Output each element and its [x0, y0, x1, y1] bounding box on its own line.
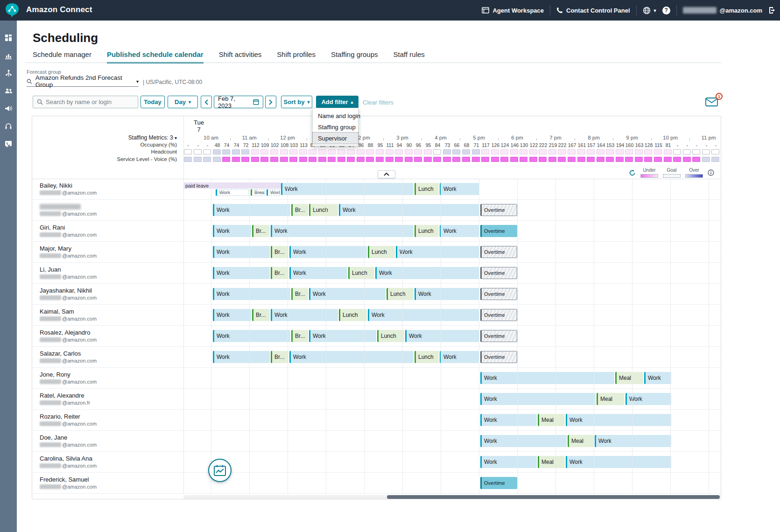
shift-bar-lunch[interactable]: Lunch	[348, 267, 374, 279]
shift-bar-work[interactable]: Work	[213, 204, 290, 216]
sort-by-dropdown[interactable]: Sort by▾	[281, 96, 312, 108]
shift-bar-overtime-solid[interactable]: Overtime	[480, 225, 517, 237]
contact-control-panel-link[interactable]: Contact Control Panel	[556, 7, 630, 14]
sign-out-button[interactable]	[768, 7, 776, 14]
shift-bar-work[interactable]: Work	[289, 267, 347, 279]
shift-bar-overtime-solid[interactable]: Overtime	[480, 477, 517, 489]
shift-bar-work[interactable]: Work	[440, 183, 479, 195]
tab-schedule-manager[interactable]: Schedule manager	[33, 50, 91, 63]
shift-bar-work[interactable]: Work	[289, 246, 367, 258]
shift-bar-work[interactable]: Work	[339, 204, 479, 216]
clear-filters-link[interactable]: Clear filters	[363, 99, 394, 106]
scrollbar-thumb[interactable]	[387, 495, 720, 499]
shift-bar-meal[interactable]: Meal	[597, 393, 625, 405]
shift-bar-work[interactable]: Work	[213, 288, 290, 300]
refresh-icon[interactable]	[629, 169, 636, 176]
shift-bar-break[interactable]: Br...	[271, 351, 288, 363]
previous-day-button[interactable]	[201, 96, 212, 108]
shift-bar-work[interactable]: Work	[480, 456, 537, 468]
shift-bar-work[interactable]: Work	[309, 330, 376, 342]
shift-bar-overtime[interactable]: Overtime	[480, 330, 517, 342]
language-selector[interactable]: ▾	[643, 7, 656, 14]
shift-bar-work[interactable]: Work	[271, 309, 338, 321]
shift-bar-paid-leave[interactable]: paid leave	[183, 182, 281, 189]
shift-bar-work[interactable]: Work	[213, 309, 251, 321]
shift-bar-work[interactable]: Work	[213, 351, 270, 363]
tab-published-schedule-calendar[interactable]: Published schedule calendar	[107, 50, 204, 63]
shift-bar-overtime[interactable]: Overtime	[480, 246, 517, 258]
shift-bar-work[interactable]: Work	[566, 456, 671, 468]
shift-bar-lunch[interactable]: Lunch	[415, 183, 439, 195]
forecast-group-select[interactable]: Amazon Refunds 2nd Forecast Group ▾	[27, 76, 139, 87]
shift-bar-work[interactable]: Work	[375, 267, 479, 279]
shift-bar-work[interactable]: Work	[415, 288, 479, 300]
shift-bar-cancelled-work[interactable]: Work	[216, 189, 249, 196]
announcements-icon[interactable]	[5, 105, 13, 112]
shift-bar-meal[interactable]: Meal	[615, 372, 643, 384]
shift-bar-work[interactable]: Work	[405, 330, 479, 342]
shift-bar-lunch[interactable]: Lunch	[415, 351, 439, 363]
shift-bar-lunch[interactable]: Lunch	[368, 246, 395, 258]
shift-bar-work[interactable]: Work	[566, 414, 671, 426]
shift-bar-break[interactable]: Br...	[252, 225, 270, 237]
user-account[interactable]: @amazon.com	[683, 7, 762, 14]
shift-bar-work[interactable]: Work	[271, 225, 414, 237]
shift-bar-lunch[interactable]: Lunch	[415, 225, 439, 237]
view-mode-dropdown[interactable]: Day▾	[168, 96, 198, 108]
shift-bar-overtime[interactable]: Overtime	[480, 309, 517, 321]
date-picker-field[interactable]: Feb 7, 2023	[214, 96, 263, 108]
shift-bar-work[interactable]: Work	[309, 288, 386, 300]
shift-bar-break[interactable]: Br...	[291, 330, 308, 342]
shift-bar-work[interactable]: Work	[213, 225, 251, 237]
agent-workspace-link[interactable]: Agent Workspace	[482, 7, 544, 14]
shift-bar-overtime[interactable]: Overtime	[480, 351, 517, 363]
shift-bar-break[interactable]: Br...	[271, 246, 288, 258]
next-day-button[interactable]	[265, 96, 276, 108]
shift-bar-work[interactable]: Work	[480, 393, 596, 405]
shift-bar-cancelled-break[interactable]: Break	[251, 189, 265, 196]
staffing-metrics-toggle[interactable]: Staffing Metrics: 3 ▾	[51, 134, 177, 141]
shift-bar-break[interactable]: Br...	[271, 267, 288, 279]
shift-bar-overtime[interactable]: Overtime	[480, 204, 517, 216]
shift-bar-lunch[interactable]: Lunch	[309, 204, 338, 216]
help-button[interactable]: ?	[662, 7, 670, 14]
add-filter-button[interactable]: Add filter▴	[316, 96, 358, 108]
shift-bar-break[interactable]: Br...	[291, 204, 308, 216]
shift-bar-work[interactable]: Work	[595, 435, 671, 447]
shift-bar-work[interactable]: Work	[480, 435, 567, 447]
shift-bar-meal[interactable]: Meal	[538, 414, 565, 426]
shift-bar-lunch[interactable]: Lunch	[377, 330, 404, 342]
dashboard-icon[interactable]	[5, 34, 13, 42]
search-input[interactable]	[46, 98, 130, 105]
shift-bar-lunch[interactable]: Lunch	[339, 309, 367, 321]
tab-shift-profiles[interactable]: Shift profiles	[277, 50, 316, 63]
shift-bar-break[interactable]: Br...	[252, 309, 270, 321]
tab-shift-activities[interactable]: Shift activities	[219, 50, 262, 63]
shift-bar-work[interactable]: Work	[213, 267, 270, 279]
shift-bar-work[interactable]: Work	[289, 351, 414, 363]
today-button[interactable]: Today	[141, 96, 165, 108]
filter-menu-item-name-and-login[interactable]: Name and login	[313, 110, 358, 121]
filter-menu-item-supervisor[interactable]: Supervisor	[313, 133, 358, 144]
shift-bar-work[interactable]: Work	[644, 372, 671, 384]
routing-icon[interactable]	[5, 69, 13, 77]
agent-headset-icon[interactable]	[5, 122, 13, 130]
shift-bar-overtime[interactable]: Overtime	[480, 288, 517, 300]
shift-bar-work[interactable]: Work	[396, 246, 479, 258]
tab-staffing-groups[interactable]: Staffing groups	[331, 50, 378, 63]
shift-bar-overtime[interactable]: Overtime	[480, 267, 517, 279]
shift-bar-work[interactable]: Work	[440, 351, 479, 363]
info-icon[interactable]	[708, 169, 714, 176]
shift-bar-meal[interactable]: Meal	[568, 435, 594, 447]
shift-bar-meal[interactable]: Meal	[538, 456, 565, 468]
shift-bar-work[interactable]: Work	[368, 309, 479, 321]
shift-bar-work[interactable]: Work	[440, 225, 479, 237]
shift-bar-work[interactable]: Work	[480, 414, 537, 426]
shift-bar-work[interactable]: Work	[281, 183, 414, 195]
shift-bar-work[interactable]: Work	[213, 246, 270, 258]
shift-bar-cancelled-work[interactable]: Work	[267, 189, 280, 196]
filter-menu-item-staffing-group[interactable]: Staffing group	[313, 121, 358, 133]
tab-staff-rules[interactable]: Staff rules	[394, 50, 425, 63]
shift-bar-work[interactable]: Work	[213, 330, 290, 342]
collapse-metrics-button[interactable]	[378, 170, 395, 178]
